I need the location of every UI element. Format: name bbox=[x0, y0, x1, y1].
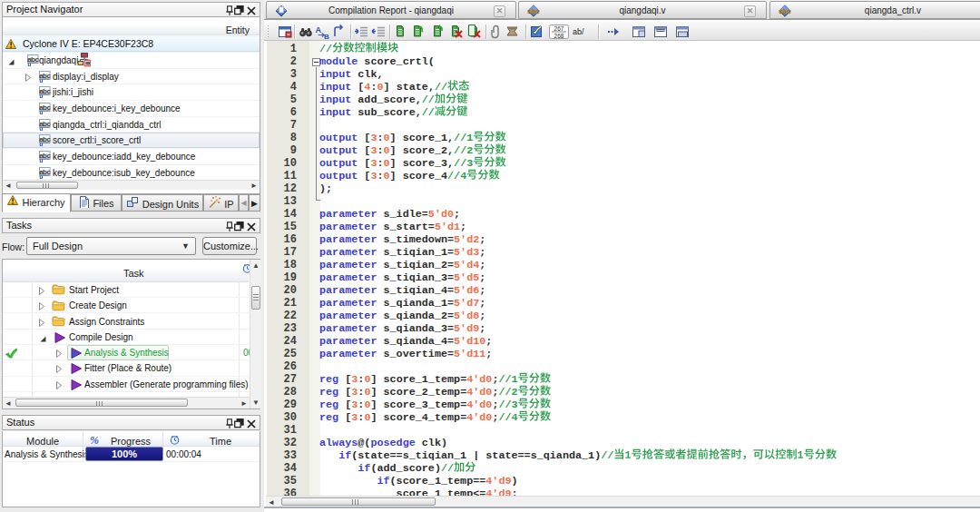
svg-text:abc: abc bbox=[39, 71, 51, 79]
svg-text:abc: abc bbox=[39, 135, 51, 143]
svg-text:abc: abc bbox=[39, 103, 51, 112]
svg-text:abc: abc bbox=[39, 152, 51, 160]
svg-text:abc: abc bbox=[39, 87, 51, 95]
svg-text:abc: abc bbox=[39, 119, 51, 127]
svg-text:abc: abc bbox=[27, 55, 39, 64]
svg-text:abc: abc bbox=[39, 168, 51, 176]
